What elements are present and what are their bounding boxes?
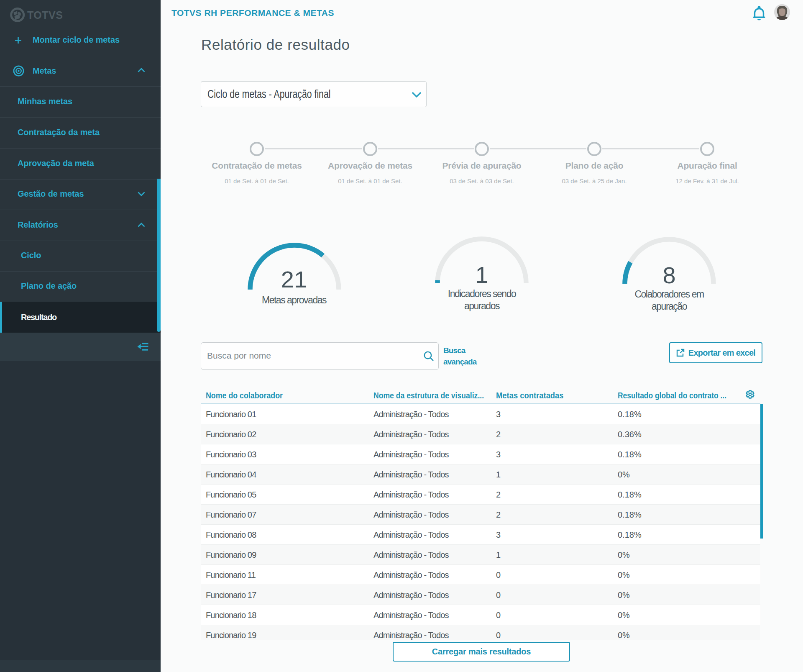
svg-text:TOTVS: TOTVS xyxy=(27,9,63,21)
